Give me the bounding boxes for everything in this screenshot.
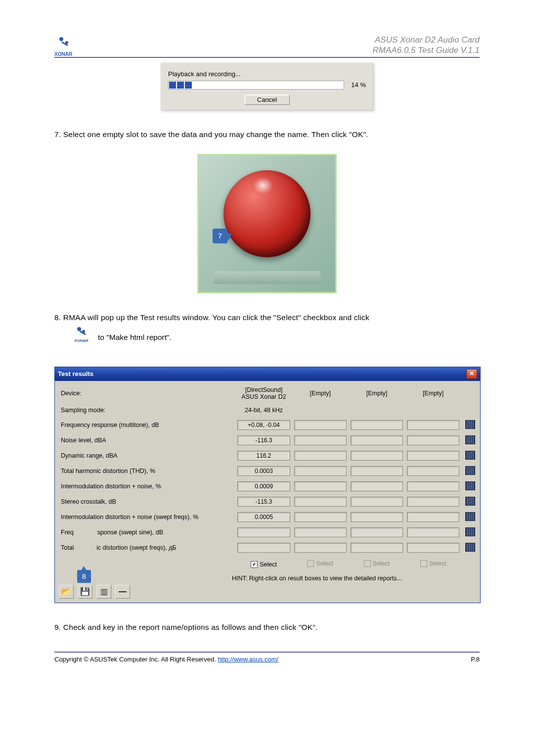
close-icon[interactable]: ✕ [466,369,477,379]
device-col-3: [Empty] [349,384,405,403]
spectrum-icon[interactable] [465,435,475,444]
result-value[interactable]: -116.3 [237,435,290,445]
volume-knob-icon [223,170,311,257]
spectrum-icon[interactable] [465,543,475,552]
spectrum-icon[interactable] [465,497,475,506]
result-value[interactable]: +0.08, -0.04 [237,420,290,430]
spectrum-icon[interactable] [465,466,475,475]
progress-dialog: Playback and recording... 14 % Cancel [161,63,373,110]
device-col-1: [DirectSound] ASUS Xonar D2 [235,384,292,403]
sampling-value: 24-bit, 48 kHz [235,403,292,418]
select-checkbox-1[interactable]: ✔Select [251,561,277,568]
table-row: Total harmonic distortion (swept freqs),… [59,540,477,556]
step-9-text: 9. Check and key in the report name/opti… [54,623,480,632]
cancel-button[interactable]: Cancel [244,94,290,105]
callout-8: 8 [77,570,91,583]
xonar-inline-logo: XONAR [74,327,94,342]
row-sampling-label: Sampling mode: [59,403,235,418]
slot-figure: 7 [197,154,337,293]
select-checkbox-2[interactable]: Select [307,560,333,567]
step-8-text-a: 8. RMAA will pop up the Test results win… [54,313,480,322]
save-button[interactable]: 💾 [78,585,92,599]
step-8-text-b: XONAR to "Make html report". [74,327,480,342]
logo-text: XONAR [54,51,72,57]
table-row: Frequency response (swept sine), dB [59,525,477,540]
table-row: Noise level, dBA -116.3 [59,433,477,448]
result-value-empty[interactable] [351,420,403,430]
footer-link[interactable]: http://www.asus.com/ [218,656,278,663]
result-value-empty[interactable] [294,420,347,430]
callout-7: 7 [213,229,227,243]
spectrum-icon[interactable] [465,527,475,536]
spectrum-icon[interactable] [465,512,475,521]
spectrum-icon[interactable] [465,420,475,429]
remove-button[interactable]: — [115,585,130,599]
xonar-logo: XONAR [54,36,81,56]
table-row: Stereo crosstalk, dB -115.3 [59,494,477,510]
page-number: P.8 [471,656,480,663]
table-row: Dynamic range, dBA 116.2 [59,448,477,464]
spectrum-icon[interactable] [465,451,475,460]
device-col-4: [Empty] [405,384,461,403]
select-checkbox-3[interactable]: Select [364,560,390,567]
footer-copyright: Copyright © ASUSTek Computer Inc. All Ri… [54,656,278,663]
progress-percent: 14 % [348,81,366,89]
result-value[interactable]: -115.3 [237,497,290,507]
header-text: ASUS Xonar D2 Audio Card RMAA6.0.5 Test … [373,35,480,56]
test-results-title: Test results [58,370,93,378]
progress-label: Playback and recording... [168,70,366,78]
result-value[interactable]: 0.0003 [237,466,290,476]
header-line1: ASUS Xonar D2 Audio Card [373,35,480,45]
result-value-empty[interactable] [407,420,459,430]
device-col-2: [Empty] [292,384,349,403]
progress-bar [168,81,344,90]
open-folder-button[interactable]: 📂 [59,585,74,599]
result-value[interactable]: 0.0005 [237,512,290,522]
hint-text: HINT: Right-click on result boxes to vie… [232,575,477,582]
select-checkbox-4[interactable]: Select [420,560,446,567]
test-results-window: Test results ✕ Device: [DirectSound] ASU… [54,367,481,603]
row-device-label: Device: [59,384,235,403]
table-row: Frequency response (multitone), dB +0.08… [59,418,477,433]
table-row: Total harmonic distortion (THD), % 0.000… [59,464,477,479]
result-value[interactable]: 116.2 [237,451,290,461]
result-value[interactable]: 0.0009 [237,481,290,491]
table-row: Intermodulation distortion + noise, % 0.… [59,479,477,494]
step-7-text: 7. Select one empty slot to save the dat… [54,130,480,139]
table-row: Intermodulation distortion + noise (swep… [59,510,477,525]
spectrum-icon[interactable] [465,481,475,490]
header-line2: RMAA6.0.5 Test Guide V.1.1 [373,45,480,55]
make-html-report-button[interactable]: ▥ [96,585,111,599]
